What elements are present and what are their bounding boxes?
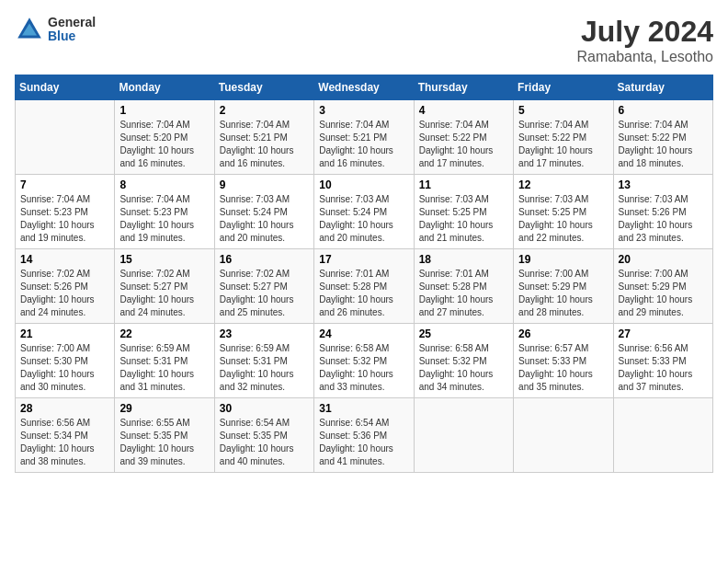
day-info: Sunrise: 7:00 AMSunset: 5:29 PMDaylight:…: [518, 268, 608, 319]
calendar-week-row: 1Sunrise: 7:04 AMSunset: 5:20 PMDaylight…: [16, 100, 713, 175]
day-info: Sunrise: 7:01 AMSunset: 5:28 PMDaylight:…: [319, 268, 408, 319]
calendar-cell: [16, 100, 115, 175]
day-info: Sunrise: 7:02 AMSunset: 5:26 PMDaylight:…: [20, 268, 109, 319]
calendar-cell: 13Sunrise: 7:03 AMSunset: 5:26 PMDayligh…: [613, 175, 712, 249]
day-info: Sunrise: 7:02 AMSunset: 5:27 PMDaylight:…: [119, 268, 209, 319]
day-info: Sunrise: 7:04 AMSunset: 5:21 PMDaylight:…: [319, 119, 408, 170]
calendar-cell: 14Sunrise: 7:02 AMSunset: 5:26 PMDayligh…: [16, 249, 115, 324]
day-info: Sunrise: 7:04 AMSunset: 5:23 PMDaylight:…: [20, 193, 109, 245]
day-number: 30: [220, 402, 309, 415]
day-info: Sunrise: 7:00 AMSunset: 5:29 PMDaylight:…: [619, 268, 708, 319]
calendar-week-row: 28Sunrise: 6:56 AMSunset: 5:34 PMDayligh…: [16, 398, 713, 473]
calendar-cell: 24Sunrise: 6:58 AMSunset: 5:32 PMDayligh…: [314, 324, 414, 398]
day-header-tuesday: Tuesday: [214, 75, 313, 100]
day-info: Sunrise: 7:03 AMSunset: 5:24 PMDaylight:…: [319, 193, 408, 245]
day-info: Sunrise: 7:03 AMSunset: 5:24 PMDaylight:…: [220, 193, 309, 245]
day-header-saturday: Saturday: [613, 75, 712, 100]
page-title: July 2024: [576, 15, 713, 49]
day-header-sunday: Sunday: [16, 75, 115, 100]
day-info: Sunrise: 7:00 AMSunset: 5:30 PMDaylight:…: [20, 342, 109, 394]
calendar-week-row: 7Sunrise: 7:04 AMSunset: 5:23 PMDaylight…: [16, 175, 713, 249]
calendar-cell: 31Sunrise: 6:54 AMSunset: 5:36 PMDayligh…: [314, 398, 414, 473]
day-info: Sunrise: 6:56 AMSunset: 5:34 PMDaylight:…: [20, 417, 109, 468]
day-info: Sunrise: 7:04 AMSunset: 5:22 PMDaylight:…: [518, 119, 608, 170]
day-info: Sunrise: 7:04 AMSunset: 5:21 PMDaylight:…: [220, 119, 309, 170]
day-number: 21: [20, 327, 109, 340]
logo-icon: [15, 15, 44, 44]
calendar-header-row: SundayMondayTuesdayWednesdayThursdayFrid…: [16, 75, 713, 100]
logo-blue: Blue: [48, 29, 96, 43]
day-number: 24: [319, 327, 408, 340]
day-number: 7: [20, 178, 109, 191]
day-number: 27: [619, 327, 708, 340]
day-number: 23: [220, 327, 309, 340]
day-number: 28: [20, 402, 109, 415]
calendar-cell: 17Sunrise: 7:01 AMSunset: 5:28 PMDayligh…: [314, 249, 414, 324]
calendar-cell: [613, 398, 712, 473]
day-info: Sunrise: 6:55 AMSunset: 5:35 PMDaylight:…: [119, 417, 209, 468]
calendar-week-row: 14Sunrise: 7:02 AMSunset: 5:26 PMDayligh…: [16, 249, 713, 324]
calendar-cell: 30Sunrise: 6:54 AMSunset: 5:35 PMDayligh…: [214, 398, 313, 473]
day-number: 29: [119, 402, 209, 415]
day-number: 3: [319, 104, 408, 117]
calendar-cell: 10Sunrise: 7:03 AMSunset: 5:24 PMDayligh…: [314, 175, 414, 249]
day-number: 14: [20, 253, 109, 266]
day-number: 19: [518, 253, 608, 266]
calendar-cell: 7Sunrise: 7:04 AMSunset: 5:23 PMDaylight…: [16, 175, 115, 249]
page-subtitle: Ramabanta, Lesotho: [576, 49, 713, 65]
logo-general: General: [48, 16, 96, 29]
calendar-cell: 26Sunrise: 6:57 AMSunset: 5:33 PMDayligh…: [514, 324, 613, 398]
calendar-cell: 28Sunrise: 6:56 AMSunset: 5:34 PMDayligh…: [16, 398, 115, 473]
day-number: 16: [220, 253, 309, 266]
calendar-table: SundayMondayTuesdayWednesdayThursdayFrid…: [15, 75, 713, 473]
calendar-cell: 15Sunrise: 7:02 AMSunset: 5:27 PMDayligh…: [115, 249, 214, 324]
day-number: 2: [220, 104, 309, 117]
calendar-cell: 22Sunrise: 6:59 AMSunset: 5:31 PMDayligh…: [115, 324, 214, 398]
calendar-cell: 29Sunrise: 6:55 AMSunset: 5:35 PMDayligh…: [115, 398, 214, 473]
day-info: Sunrise: 6:59 AMSunset: 5:31 PMDaylight:…: [119, 342, 209, 394]
day-info: Sunrise: 7:03 AMSunset: 5:25 PMDaylight:…: [419, 193, 508, 245]
day-info: Sunrise: 6:54 AMSunset: 5:36 PMDaylight:…: [319, 417, 408, 468]
calendar-cell: 6Sunrise: 7:04 AMSunset: 5:22 PMDaylight…: [613, 100, 712, 175]
day-number: 5: [518, 104, 608, 117]
calendar-cell: 12Sunrise: 7:03 AMSunset: 5:25 PMDayligh…: [514, 175, 613, 249]
day-number: 18: [419, 253, 508, 266]
day-info: Sunrise: 7:02 AMSunset: 5:27 PMDaylight:…: [220, 268, 309, 319]
calendar-cell: 5Sunrise: 7:04 AMSunset: 5:22 PMDaylight…: [514, 100, 613, 175]
day-number: 6: [619, 104, 708, 117]
day-info: Sunrise: 7:03 AMSunset: 5:25 PMDaylight:…: [518, 193, 608, 245]
logo: General Blue: [15, 15, 96, 44]
calendar-cell: 27Sunrise: 6:56 AMSunset: 5:33 PMDayligh…: [613, 324, 712, 398]
calendar-cell: 11Sunrise: 7:03 AMSunset: 5:25 PMDayligh…: [414, 175, 513, 249]
calendar-cell: 8Sunrise: 7:04 AMSunset: 5:23 PMDaylight…: [115, 175, 214, 249]
day-number: 10: [319, 178, 408, 191]
day-number: 17: [319, 253, 408, 266]
day-number: 20: [619, 253, 708, 266]
day-header-monday: Monday: [115, 75, 214, 100]
calendar-cell: [514, 398, 613, 473]
day-number: 22: [119, 327, 209, 340]
calendar-cell: 1Sunrise: 7:04 AMSunset: 5:20 PMDaylight…: [115, 100, 214, 175]
day-number: 9: [220, 178, 309, 191]
day-number: 31: [319, 402, 408, 415]
calendar-week-row: 21Sunrise: 7:00 AMSunset: 5:30 PMDayligh…: [16, 324, 713, 398]
day-info: Sunrise: 6:59 AMSunset: 5:31 PMDaylight:…: [220, 342, 309, 394]
calendar-cell: 4Sunrise: 7:04 AMSunset: 5:22 PMDaylight…: [414, 100, 513, 175]
day-number: 13: [619, 178, 708, 191]
day-number: 4: [419, 104, 508, 117]
day-number: 11: [419, 178, 508, 191]
calendar-cell: 25Sunrise: 6:58 AMSunset: 5:32 PMDayligh…: [414, 324, 513, 398]
day-header-thursday: Thursday: [414, 75, 513, 100]
day-info: Sunrise: 7:01 AMSunset: 5:28 PMDaylight:…: [419, 268, 508, 319]
day-info: Sunrise: 7:03 AMSunset: 5:26 PMDaylight:…: [619, 193, 708, 245]
day-info: Sunrise: 6:54 AMSunset: 5:35 PMDaylight:…: [220, 417, 309, 468]
day-info: Sunrise: 6:58 AMSunset: 5:32 PMDaylight:…: [319, 342, 408, 394]
title-block: July 2024 Ramabanta, Lesotho: [576, 15, 713, 65]
day-info: Sunrise: 7:04 AMSunset: 5:20 PMDaylight:…: [119, 119, 209, 170]
calendar-cell: 23Sunrise: 6:59 AMSunset: 5:31 PMDayligh…: [214, 324, 313, 398]
day-header-friday: Friday: [514, 75, 613, 100]
calendar-cell: 19Sunrise: 7:00 AMSunset: 5:29 PMDayligh…: [514, 249, 613, 324]
calendar-cell: 16Sunrise: 7:02 AMSunset: 5:27 PMDayligh…: [214, 249, 313, 324]
day-info: Sunrise: 6:56 AMSunset: 5:33 PMDaylight:…: [619, 342, 708, 394]
day-number: 26: [518, 327, 608, 340]
